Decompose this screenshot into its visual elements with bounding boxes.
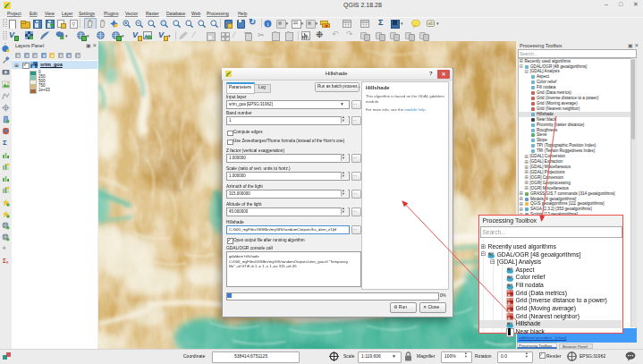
svg-text:ab: ab xyxy=(427,21,433,26)
svg-text:i: i xyxy=(267,21,269,28)
